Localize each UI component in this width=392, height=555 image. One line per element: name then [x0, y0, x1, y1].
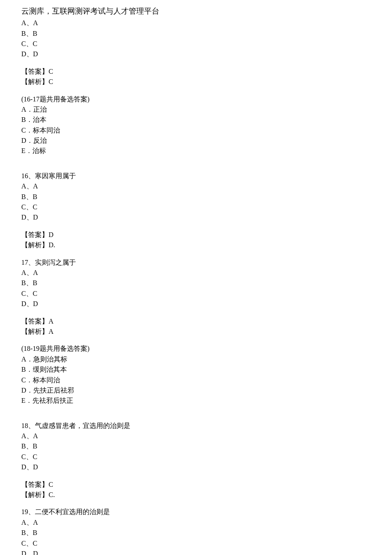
- option-a: A、A: [21, 182, 371, 191]
- shared-option-b: B．治本: [21, 115, 371, 124]
- question-19: 19、二便不利宜选用的治则是 A、A B、B C、C D、D: [21, 507, 371, 555]
- option-b: B、B: [21, 278, 371, 288]
- option-d: D、D: [21, 49, 371, 59]
- question-18-answer: 【答案】C 【解析】C.: [21, 480, 371, 500]
- shared-option-c: C．标本同治: [21, 126, 371, 135]
- shared-option-e: E．治标: [21, 146, 371, 156]
- shared-header: (16-17题共用备选答案): [21, 95, 371, 104]
- option-c: C、C: [21, 202, 371, 212]
- option-c: C、C: [21, 289, 371, 298]
- shared-option-a: A．正治: [21, 105, 371, 114]
- shared-option-b: B．缓则治其本: [21, 365, 371, 374]
- option-a: A、A: [21, 431, 371, 441]
- shared-option-d: D．先扶正后祛邪: [21, 386, 371, 395]
- orphan-answer-block: 【答案】C 【解析】C: [21, 67, 371, 87]
- option-d: D、D: [21, 213, 371, 222]
- shared-option-a: A．急则治其标: [21, 355, 371, 364]
- question-stem: 17、实则泻之属于: [21, 258, 371, 267]
- shared-options-18-19: (18-19题共用备选答案) A．急则治其标 B．缓则治其本 C．标本同治 D．…: [21, 344, 371, 405]
- option-a: A、A: [21, 268, 371, 278]
- question-17: 17、实则泻之属于 A、A B、B C、C D、D: [21, 258, 371, 309]
- option-d: D、D: [21, 462, 371, 472]
- page-root: 云测库，互联网测评考试与人才管理平台 A、A B、B C、C D、D 【答案】C…: [0, 0, 392, 555]
- explanation-line: 【解析】C: [21, 77, 371, 87]
- question-16: 16、寒因寒用属于 A、A B、B C、C D、D: [21, 171, 371, 223]
- explanation-line: 【解析】C.: [21, 490, 371, 500]
- answer-line: 【答案】A: [21, 317, 371, 326]
- shared-option-c: C．标本同治: [21, 376, 371, 385]
- question-stem: 19、二便不利宜选用的治则是: [21, 507, 371, 517]
- answer-line: 【答案】C: [21, 67, 371, 76]
- option-c: C、C: [21, 539, 371, 548]
- page-title: 云测库，互联网测评考试与人才管理平台: [21, 6, 371, 17]
- answer-line: 【答案】C: [21, 480, 371, 489]
- question-16-answer: 【答案】D 【解析】D.: [21, 230, 371, 250]
- question-stem: 18、气虚感冒患者，宜选用的治则是: [21, 421, 371, 431]
- shared-option-e: E．先祛邪后扶正: [21, 396, 371, 405]
- question-stem: 16、寒因寒用属于: [21, 171, 371, 181]
- explanation-line: 【解析】D.: [21, 240, 371, 250]
- orphan-options: A、A B、B C、C D、D: [21, 18, 371, 59]
- option-d: D、D: [21, 299, 371, 309]
- option-a: A、A: [21, 18, 371, 28]
- explanation-line: 【解析】A: [21, 327, 371, 336]
- option-b: B、B: [21, 442, 371, 451]
- option-d: D、D: [21, 549, 371, 555]
- option-b: B、B: [21, 29, 371, 38]
- answer-line: 【答案】D: [21, 230, 371, 240]
- question-17-answer: 【答案】A 【解析】A: [21, 317, 371, 337]
- option-b: B、B: [21, 192, 371, 202]
- shared-header: (18-19题共用备选答案): [21, 344, 371, 353]
- shared-option-d: D．反治: [21, 136, 371, 145]
- option-b: B、B: [21, 528, 371, 538]
- question-18: 18、气虚感冒患者，宜选用的治则是 A、A B、B C、C D、D: [21, 421, 371, 472]
- option-c: C、C: [21, 39, 371, 49]
- shared-options-16-17: (16-17题共用备选答案) A．正治 B．治本 C．标本同治 D．反治 E．治…: [21, 95, 371, 156]
- option-a: A、A: [21, 518, 371, 527]
- option-c: C、C: [21, 452, 371, 462]
